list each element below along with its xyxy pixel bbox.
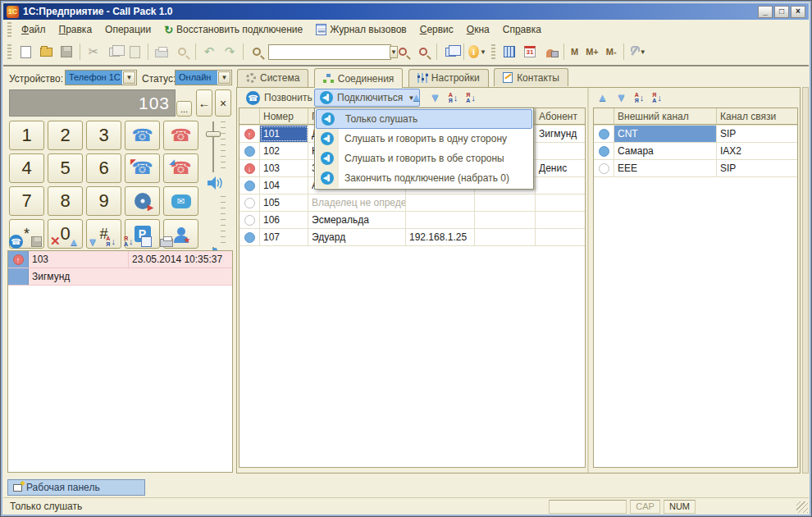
open-button[interactable] xyxy=(37,43,55,61)
device-dropdown-arrow[interactable]: ▼ xyxy=(123,71,135,84)
conn-sort-asc-icon[interactable]: АЯ↓ xyxy=(449,92,458,103)
new-document-button[interactable] xyxy=(16,43,34,61)
tab-settings[interactable]: Настройки xyxy=(408,69,489,87)
find-prev-button[interactable] xyxy=(414,43,432,61)
answer-button[interactable]: ☎ xyxy=(125,121,160,150)
toolbar-grip[interactable] xyxy=(7,44,11,59)
volume-slider[interactable] xyxy=(212,121,214,172)
menu-operations[interactable]: Операции xyxy=(99,22,157,37)
record-button[interactable] xyxy=(125,186,160,216)
transfer-hangup-button[interactable]: ☎◢ xyxy=(163,153,198,183)
resize-grip[interactable] xyxy=(796,501,808,513)
save-button[interactable] xyxy=(57,43,75,61)
conn-sort-desc-icon[interactable]: ЯА↓ xyxy=(466,92,476,103)
col-channel-type[interactable]: Канал связи xyxy=(717,108,797,125)
print-button[interactable] xyxy=(153,43,171,61)
menu-item-end-connection[interactable]: ◀▌ Закончить подключение (набрать 0) xyxy=(316,168,532,188)
menu-help[interactable]: Справка xyxy=(497,22,547,37)
call-log-row-2[interactable]: Зигмунд xyxy=(8,268,232,286)
conn-row-107[interactable]: 107 Эдуард 192.168.1.25 xyxy=(239,229,585,246)
chan-sort-asc-icon[interactable]: АЯ↓ xyxy=(635,92,645,103)
menu-item-listen-talk-one-way[interactable]: ◀▌ Слушать и говорить в одну сторону xyxy=(316,129,532,149)
key-3[interactable]: 3 xyxy=(86,121,121,150)
m-button[interactable]: M xyxy=(568,45,581,58)
settings-button[interactable]: ▼ xyxy=(628,43,646,61)
call-log-selector[interactable]: ↑ xyxy=(8,251,29,268)
key-5[interactable]: 5 xyxy=(48,153,83,183)
menu-edit[interactable]: Правка xyxy=(53,22,98,37)
call-log-list[interactable]: ↑ 103 23.05.2014 10:35:37 Зигмунд xyxy=(7,250,233,473)
user-permissions-button[interactable] xyxy=(541,43,559,61)
key-4[interactable]: 4 xyxy=(9,153,44,183)
key-7[interactable]: 7 xyxy=(9,186,44,216)
search-button[interactable] xyxy=(248,43,266,61)
copy-button[interactable] xyxy=(105,43,123,61)
display-more-button[interactable]: ... xyxy=(176,101,192,117)
title-bar[interactable]: 1С 1С:Предприятие - Call Pack 1.0 _ □ × xyxy=(3,3,809,20)
call-log-datetime[interactable]: 23.05.2014 10:35:37 xyxy=(129,251,232,268)
chan-row-cnt[interactable]: CNT SIP xyxy=(594,126,797,143)
chan-row-samara[interactable]: Самара IAX2 xyxy=(594,143,797,160)
properties-icon[interactable] xyxy=(141,236,152,247)
key-8[interactable]: 8 xyxy=(48,186,83,216)
info-button[interactable]: i▼ xyxy=(468,43,486,61)
key-9[interactable]: 9 xyxy=(86,186,121,216)
memorize-icon[interactable] xyxy=(31,236,42,247)
maximize-button[interactable]: □ xyxy=(774,6,789,18)
panel-splitter[interactable] xyxy=(587,88,589,473)
conn-move-up-icon[interactable]: ▲ xyxy=(411,91,422,103)
key-2[interactable]: 2 xyxy=(48,121,83,150)
menu-item-listen-only[interactable]: ◀▌ Только слушать xyxy=(316,109,532,129)
chan-row-eee[interactable]: EEE SIP xyxy=(594,160,797,177)
call-action-button[interactable]: ☎ Позвонить xyxy=(241,89,317,107)
m-plus-button[interactable]: M+ xyxy=(583,45,601,58)
move-up-icon[interactable]: ▲ xyxy=(69,236,80,248)
device-select[interactable]: Телефон 1С ▼ xyxy=(65,70,137,85)
paste-button[interactable] xyxy=(125,43,144,61)
call-log-selector-2[interactable] xyxy=(8,268,29,285)
message-button[interactable]: ✉ xyxy=(163,186,198,216)
calendar-button[interactable]: 31 xyxy=(521,43,539,61)
chan-move-down-icon[interactable]: ▼ xyxy=(616,91,627,103)
channels-table[interactable]: Внешний канал Канал связи CNT SIP Самара… xyxy=(593,108,798,468)
transfer-answer-button[interactable]: ☎◤ xyxy=(125,153,160,183)
call-log-row[interactable]: ↑ 103 23.05.2014 10:35:37 xyxy=(8,251,232,268)
conn-move-down-icon[interactable]: ▼ xyxy=(430,91,440,103)
clear-button[interactable]: × xyxy=(215,89,231,117)
move-down-icon[interactable]: ▼ xyxy=(87,236,98,248)
call-log-name[interactable]: Зигмунд xyxy=(29,268,232,285)
menubar-grip[interactable] xyxy=(7,22,11,37)
calculator-button[interactable] xyxy=(500,43,518,61)
search-input[interactable] xyxy=(269,46,389,58)
m-minus-button[interactable]: M- xyxy=(604,45,619,58)
tab-system[interactable]: Система xyxy=(237,69,308,87)
backspace-button[interactable]: ← xyxy=(196,89,212,117)
info-dropdown-arrow[interactable]: ▼ xyxy=(480,48,486,56)
undo-button[interactable]: ↶ xyxy=(200,43,218,61)
settings-dropdown-arrow[interactable]: ▼ xyxy=(640,48,646,56)
sort-desc-icon[interactable]: ЯА↓ xyxy=(124,236,134,247)
menu-service[interactable]: Сервис xyxy=(414,22,459,37)
minimize-button[interactable]: _ xyxy=(758,6,773,18)
col-external-channel[interactable]: Внешний канал xyxy=(614,108,717,125)
connect-action-button[interactable]: ◀▌ Подключиться ▼ xyxy=(314,89,420,107)
key-1[interactable]: 1 xyxy=(9,121,44,150)
delete-icon[interactable]: ✕ xyxy=(50,234,61,249)
key-6[interactable]: 6 xyxy=(86,153,121,183)
call-log-number[interactable]: 103 xyxy=(29,251,129,268)
preview-button[interactable] xyxy=(173,43,191,61)
find-next-button[interactable] xyxy=(394,43,412,61)
menu-item-listen-talk-both-ways[interactable]: ◀▌ Слушать и говорить в обе стороны xyxy=(316,149,532,168)
cut-button[interactable]: ✂ xyxy=(84,43,103,61)
tab-contacts[interactable]: Контакты xyxy=(494,68,568,86)
windows-button[interactable] xyxy=(441,43,459,61)
toolbar-grip-2[interactable] xyxy=(491,44,495,59)
volume-slider-thumb[interactable] xyxy=(206,131,221,137)
chan-sort-desc-icon[interactable]: ЯА↓ xyxy=(652,92,662,103)
menu-windows[interactable]: Окна xyxy=(461,22,495,37)
side-strip[interactable] xyxy=(802,87,809,474)
dial-icon[interactable]: ☎ xyxy=(9,235,23,249)
status-dropdown-arrow[interactable]: ▼ xyxy=(218,71,230,84)
conn-row-105[interactable]: 105 Владелец не определ... xyxy=(239,194,585,212)
redo-button[interactable]: ↷ xyxy=(221,43,239,61)
